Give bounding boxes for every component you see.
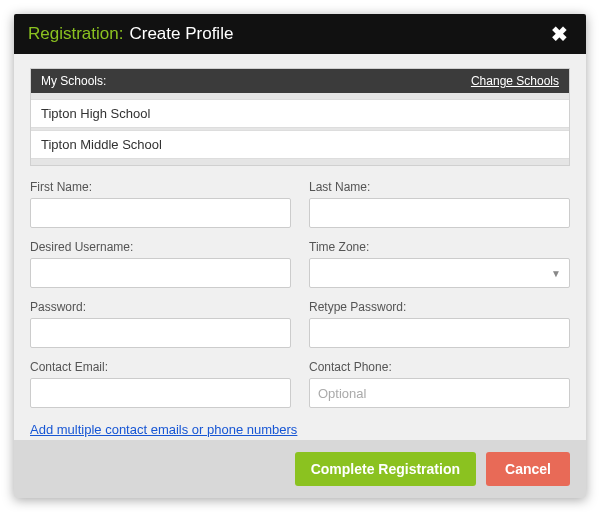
complete-registration-button[interactable]: Complete Registration: [295, 452, 476, 486]
cancel-button[interactable]: Cancel: [486, 452, 570, 486]
contact-email-input[interactable]: [30, 378, 291, 408]
change-schools-link[interactable]: Change Schools: [471, 74, 559, 88]
registration-modal: Registration: Create Profile ✖ My School…: [14, 14, 586, 498]
first-name-label: First Name:: [30, 180, 291, 194]
modal-header: Registration: Create Profile ✖: [14, 14, 586, 54]
schools-panel: My Schools: Change Schools Tipton High S…: [30, 68, 570, 166]
schools-label: My Schools:: [41, 74, 106, 88]
password-label: Password:: [30, 300, 291, 314]
header-prefix: Registration:: [28, 14, 123, 54]
modal-body: My Schools: Change Schools Tipton High S…: [14, 54, 586, 440]
modal-footer: Complete Registration Cancel: [14, 440, 586, 498]
first-name-input[interactable]: [30, 198, 291, 228]
username-input[interactable]: [30, 258, 291, 288]
contact-phone-label: Contact Phone:: [309, 360, 570, 374]
username-label: Desired Username:: [30, 240, 291, 254]
retype-password-label: Retype Password:: [309, 300, 570, 314]
retype-password-input[interactable]: [309, 318, 570, 348]
header-title: Create Profile: [129, 14, 233, 54]
timezone-select[interactable]: ▼: [309, 258, 570, 288]
list-item: Tipton High School: [31, 99, 569, 128]
password-input[interactable]: [30, 318, 291, 348]
list-item: Tipton Middle School: [31, 130, 569, 159]
profile-form: First Name: Last Name: Desired Username:…: [30, 180, 570, 437]
contact-phone-input[interactable]: [309, 378, 570, 408]
timezone-label: Time Zone:: [309, 240, 570, 254]
chevron-down-icon: ▼: [551, 268, 561, 279]
add-multiple-contacts-link[interactable]: Add multiple contact emails or phone num…: [30, 422, 297, 437]
schools-list: Tipton High School Tipton Middle School: [31, 99, 569, 165]
schools-header: My Schools: Change Schools: [31, 69, 569, 93]
close-icon[interactable]: ✖: [547, 14, 572, 54]
contact-email-label: Contact Email:: [30, 360, 291, 374]
last-name-input[interactable]: [309, 198, 570, 228]
last-name-label: Last Name:: [309, 180, 570, 194]
